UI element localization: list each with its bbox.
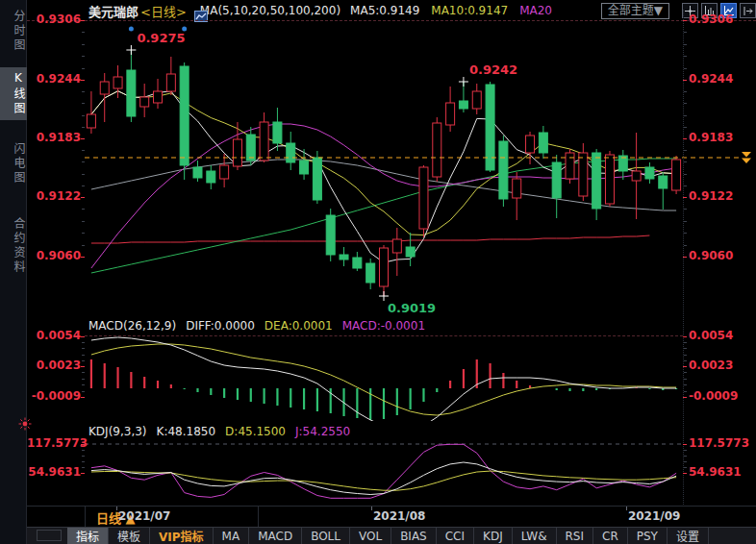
axis-minor-tick — [684, 209, 687, 210]
axis-minor-tick — [684, 384, 687, 385]
candlestick-chart[interactable]: 0.92750.92420.9019 — [85, 10, 754, 312]
sidebar-item-3[interactable]: 合约资料 — [0, 213, 27, 279]
svg-text:0.9275: 0.9275 — [137, 31, 185, 45]
toolbar-tab-BIAS[interactable]: BIAS — [391, 528, 437, 544]
axis-minor-tick — [684, 174, 687, 175]
toolbar-tab-LW&[interactable]: LW& — [513, 528, 557, 544]
axis-label-left: 0.9183 — [27, 131, 81, 144]
plot-right-border — [683, 10, 684, 507]
axis-minor-tick — [82, 56, 85, 57]
axis-minor-tick — [82, 348, 85, 349]
axis-minor-tick — [684, 150, 687, 151]
toolbar-tab-MACD[interactable]: MACD — [249, 528, 302, 544]
date-label: 2021/07 — [118, 509, 170, 523]
toolbar-tab-设置[interactable]: 设置 — [668, 528, 709, 544]
axis-label-right: 0.9244 — [689, 72, 733, 86]
macd-params-label: MACD(26,12,9) — [88, 319, 176, 333]
date-tick — [371, 507, 372, 510]
axis-tick — [683, 336, 687, 337]
toolbar-leading-box[interactable] — [37, 530, 62, 541]
axis-minor-tick — [684, 355, 687, 356]
axis-label-left: 0.9244 — [27, 72, 81, 86]
axis-tick — [683, 397, 687, 398]
date-tick — [626, 507, 627, 510]
axis-label-left: 0.0054 — [27, 329, 81, 342]
axis-tick — [81, 20, 85, 21]
sidebar-item-0[interactable]: 分时图 — [0, 6, 27, 57]
macd-panel-header: MACD(26,12,9) DIFF:0.0000 DEA:0.0001 MAC… — [88, 319, 425, 333]
toolbar-tab-VIP指标[interactable]: VIP指标 — [150, 528, 214, 544]
toolbar-tab-CCI[interactable]: CCI — [437, 528, 474, 544]
axis-minor-tick — [82, 103, 85, 104]
date-label: 2021/09 — [628, 509, 680, 523]
axis-minor-tick — [82, 456, 85, 457]
sidebar-item-2[interactable]: 闪电图 — [0, 138, 27, 189]
axis-minor-tick — [82, 174, 85, 175]
axis-label-left: 0.9306 — [27, 12, 81, 26]
axis-minor-tick — [82, 161, 85, 162]
macd-top-gridline — [85, 335, 683, 336]
axis-minor-tick — [82, 44, 85, 45]
axis-separator — [85, 507, 86, 527]
axis-minor-tick — [82, 342, 85, 343]
kdj-chart[interactable] — [85, 433, 683, 511]
axis-tick — [81, 197, 85, 198]
axis-minor-tick — [82, 372, 85, 373]
axis-tick — [683, 138, 687, 139]
axis-minor-tick — [684, 461, 687, 462]
axis-minor-tick — [684, 379, 687, 380]
axis-tick — [81, 366, 85, 367]
axis-minor-tick — [684, 233, 687, 234]
toolbar-tab-PSY[interactable]: PSY — [628, 528, 668, 544]
sidebar-item-1[interactable]: K线图 — [0, 67, 27, 120]
axis-label-right: 117.5773 — [689, 436, 749, 450]
toolbar-tab-VOL[interactable]: VOL — [350, 528, 391, 544]
axis-minor-tick — [82, 379, 85, 380]
toolbar-tab-CR[interactable]: CR — [593, 528, 628, 544]
axis-tick — [81, 397, 85, 398]
axis-minor-tick — [82, 467, 85, 468]
macd-dea-value: DEA:0.0001 — [265, 319, 333, 333]
axis-tick — [683, 444, 687, 445]
axis-minor-tick — [684, 391, 687, 392]
left-sidebar: 分时图K线图闪电图合约资料 — [0, 0, 27, 544]
toolbar-tab-RSI[interactable]: RSI — [557, 528, 594, 544]
axis-label-left: 117.5773 — [27, 436, 81, 450]
date-label: 2021/08 — [373, 509, 425, 523]
axis-minor-tick — [684, 450, 687, 451]
axis-tick — [683, 473, 687, 474]
toolbar-tab-MA[interactable]: MA — [214, 528, 250, 544]
date-axis-row: 日线 ▲ 2021/072021/082021/09 — [27, 507, 756, 527]
axis-minor-tick — [684, 32, 687, 33]
axis-tick — [683, 197, 687, 198]
axis-minor-tick — [684, 342, 687, 343]
axis-label-right: 0.9122 — [689, 189, 733, 203]
toolbar-tab-BOLL[interactable]: BOLL — [302, 528, 350, 544]
axis-label-right: 0.9060 — [689, 249, 733, 262]
axis-minor-tick — [684, 372, 687, 373]
toolbar-tab-模板[interactable]: 模板 — [109, 528, 150, 544]
axis-minor-tick — [82, 461, 85, 462]
toolbar-tab-指标[interactable]: 指标 — [67, 528, 109, 544]
axis-label-right: 0.0023 — [689, 359, 733, 372]
axis-minor-tick — [684, 91, 687, 92]
axis-label-right: -0.0009 — [689, 389, 738, 403]
axis-minor-tick — [82, 127, 85, 128]
axis-tick — [683, 366, 687, 367]
axis-minor-tick — [82, 150, 85, 151]
axis-tick — [683, 257, 687, 258]
axis-minor-tick — [82, 32, 85, 33]
axis-minor-tick — [82, 245, 85, 246]
indicator-toolbar: 指标模板VIP指标MAMACDBOLLVOLBIASCCIKDJLW&RSICR… — [27, 527, 756, 544]
axis-label-left: 0.9122 — [27, 189, 81, 203]
axis-tick — [81, 336, 85, 337]
axis-label-left: 54.9631 — [27, 465, 81, 479]
svg-text:0.9019: 0.9019 — [388, 301, 436, 312]
axis-minor-tick — [82, 221, 85, 222]
toolbar-tab-KDJ[interactable]: KDJ — [474, 528, 513, 544]
date-tick — [116, 507, 117, 510]
macd-macd-value: MACD:-0.0001 — [342, 319, 425, 333]
axis-minor-tick — [82, 360, 85, 361]
axis-minor-tick — [684, 127, 687, 128]
axis-tick — [683, 80, 687, 81]
